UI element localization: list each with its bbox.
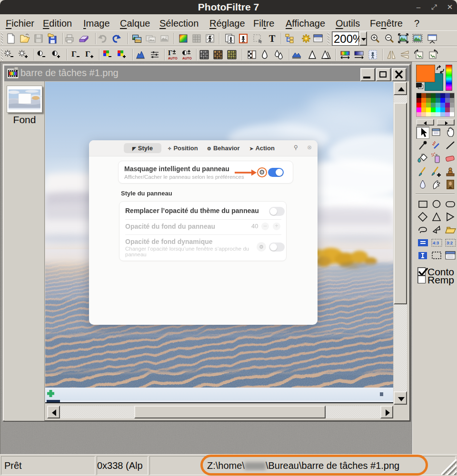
svg-text:4:3: 4:3 bbox=[433, 241, 439, 245]
svg-text:3:2: 3:2 bbox=[447, 241, 453, 245]
svg-text:AUTO: AUTO bbox=[182, 57, 192, 60]
svg-text:AUTO: AUTO bbox=[168, 57, 178, 60]
svg-text:Γ: Γ bbox=[168, 49, 173, 57]
svg-text:T: T bbox=[269, 33, 276, 44]
svg-text:Γ: Γ bbox=[85, 49, 90, 58]
svg-text:Γ: Γ bbox=[71, 49, 77, 58]
